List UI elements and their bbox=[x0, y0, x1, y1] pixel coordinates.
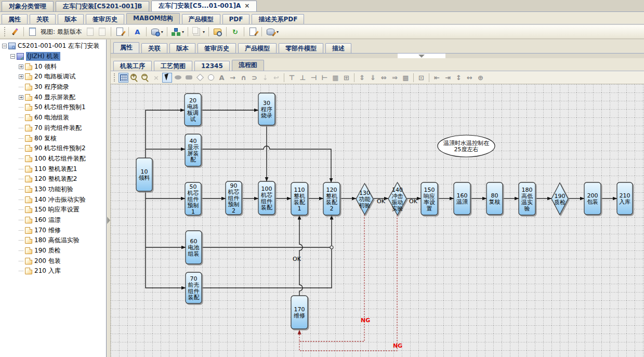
tree-item-7[interactable]: 70 前壳组件装配 bbox=[0, 123, 106, 134]
tree-expander-icon[interactable]: − bbox=[10, 54, 15, 59]
tree-item-16[interactable]: 160 温漂 bbox=[0, 215, 106, 226]
flow-node-20[interactable]: 20电路板调试 bbox=[185, 94, 201, 126]
flow-node-70[interactable]: 70前壳组件装配 bbox=[186, 272, 202, 303]
tree-splitter[interactable] bbox=[107, 39, 111, 357]
connector-polyline-icon[interactable] bbox=[260, 73, 270, 83]
ribbon-tab-1[interactable]: 属性 bbox=[2, 14, 28, 24]
flow-node-110[interactable]: 110整机装配1 bbox=[291, 182, 308, 215]
squeeze-horizontal-icon[interactable] bbox=[390, 73, 400, 83]
tree-item-10[interactable]: 100 机芯组件装配 bbox=[0, 154, 106, 164]
tree-expander-icon[interactable]: + bbox=[19, 64, 23, 69]
tree-item-18[interactable]: 180 高低温实验 bbox=[0, 235, 106, 246]
tree-item-8[interactable]: 80 复核 bbox=[0, 133, 106, 143]
view-selector[interactable]: 视图: 最新版本 bbox=[40, 28, 83, 36]
flow-note[interactable]: 温漂时水温控制在25度左右 bbox=[438, 135, 495, 157]
tree-item-4[interactable]: +40 显示屏装配 bbox=[0, 92, 106, 102]
flow-node-120[interactable]: 120整机装配2 bbox=[323, 182, 340, 215]
align-bottom-icon[interactable] bbox=[298, 73, 308, 83]
flow-node-180[interactable]: 180高低温实验 bbox=[519, 182, 535, 215]
shrink-width-icon[interactable] bbox=[432, 73, 442, 83]
tree-item-19[interactable]: 190 质检 bbox=[0, 246, 106, 256]
same-size-icon[interactable] bbox=[331, 73, 340, 83]
tree-item-5[interactable]: 50 机芯组件预制1 bbox=[0, 102, 106, 113]
flow-node-10[interactable]: 10领料 bbox=[136, 158, 152, 191]
document-tab-2[interactable]: 左车门安装[C5201-001]B bbox=[56, 1, 149, 11]
database-edit-icon[interactable] bbox=[266, 27, 275, 37]
tree-item-2[interactable]: +20 电路板调试 bbox=[0, 72, 106, 82]
zoom-out-icon[interactable] bbox=[140, 73, 150, 83]
tree-expander-icon[interactable]: + bbox=[19, 95, 23, 100]
folder-search-icon[interactable] bbox=[213, 27, 222, 37]
view-tab-2[interactable]: 工艺简图 bbox=[154, 61, 192, 71]
view-tab-4[interactable]: 流程图 bbox=[232, 60, 264, 71]
tree-root[interactable]: −C5201-001-001 左车门安装 bbox=[0, 41, 106, 51]
panel-tab-6[interactable]: 零部件模型 bbox=[279, 43, 323, 53]
tree-item-17[interactable]: 170 维修 bbox=[0, 225, 106, 235]
grow-height-icon[interactable] bbox=[454, 73, 464, 83]
ribbon-tab-7[interactable]: PDF bbox=[222, 14, 250, 24]
align-center-icon[interactable] bbox=[341, 73, 351, 83]
snap-grid-icon[interactable] bbox=[401, 73, 411, 83]
collapse-handle[interactable] bbox=[398, 54, 445, 58]
flow-node-200[interactable]: 200包装 bbox=[584, 182, 601, 215]
dropdown-arrow-icon[interactable]: ▾ bbox=[277, 30, 279, 34]
edit-pencil-icon[interactable] bbox=[10, 27, 20, 37]
document-edit-2-icon[interactable] bbox=[248, 27, 258, 37]
grid-view-icon[interactable] bbox=[119, 73, 128, 83]
shape-circle-icon[interactable] bbox=[206, 73, 216, 83]
dropdown-arrow-icon[interactable]: ▾ bbox=[161, 30, 163, 34]
tree-item-14[interactable]: 140 冲击振动实验 bbox=[0, 194, 106, 205]
ribbon-tab-4[interactable]: 签审历史 bbox=[86, 14, 124, 24]
dropdown-arrow-icon[interactable]: ▾ bbox=[182, 30, 184, 34]
ribbon-tab-5[interactable]: MABOM结构 bbox=[126, 13, 180, 24]
align-right-icon[interactable] bbox=[320, 73, 330, 83]
font-icon[interactable]: A bbox=[133, 27, 142, 37]
expand-all-icon[interactable] bbox=[476, 73, 485, 83]
zoom-in-icon[interactable] bbox=[129, 73, 139, 83]
database-globe-icon[interactable] bbox=[150, 27, 160, 37]
panel-tab-5[interactable]: 产品模型 bbox=[238, 43, 277, 53]
tree-item-13[interactable]: 130 功能初验 bbox=[0, 184, 106, 195]
tree-item-1[interactable]: +10 领料 bbox=[0, 61, 106, 72]
flow-canvas[interactable]: 10领料20电路板调试30程序烧录40显示屏装配50机芯组件预制190机芯组件预… bbox=[111, 84, 644, 357]
panel-tab-7[interactable]: 描述 bbox=[325, 43, 351, 53]
tree-item-12[interactable]: 120 整机装配2 bbox=[0, 174, 106, 184]
view-tab-3[interactable]: 12345 bbox=[194, 61, 230, 71]
refresh-icon[interactable]: ↻ bbox=[230, 27, 240, 37]
pointer-icon[interactable] bbox=[162, 73, 172, 83]
flow-node-100[interactable]: 100机芯组件装配 bbox=[258, 181, 275, 215]
space-horizontal-icon[interactable] bbox=[379, 73, 389, 83]
view-tab-1[interactable]: 机装工序 bbox=[113, 61, 152, 71]
ribbon-tab-6[interactable]: 产品模型 bbox=[182, 14, 220, 24]
splitter-collapse-icon[interactable] bbox=[107, 217, 110, 224]
grow-width-icon[interactable] bbox=[443, 73, 453, 83]
tree-expander-icon[interactable]: − bbox=[2, 44, 7, 48]
tree-item-21[interactable]: 210 入库 bbox=[0, 266, 106, 276]
structure-tree-icon[interactable] bbox=[171, 27, 181, 37]
connector-arrow-icon[interactable] bbox=[228, 73, 238, 83]
ribbon-tab-8[interactable]: 描述关系PDF bbox=[252, 14, 304, 24]
document-edit-icon[interactable] bbox=[115, 27, 125, 37]
panel-tab-1[interactable]: 属性 bbox=[113, 42, 139, 53]
space-vertical-icon[interactable] bbox=[357, 73, 367, 83]
fit-selection-icon[interactable] bbox=[416, 73, 426, 83]
flowchart-svg[interactable]: 10领料20电路板调试30程序烧录40显示屏装配50机芯组件预制190机芯组件预… bbox=[111, 84, 644, 357]
tree-item-3[interactable]: 30 程序烧录 bbox=[0, 82, 106, 92]
connector-curve-icon[interactable] bbox=[249, 73, 259, 83]
panel-tab-4[interactable]: 签审历史 bbox=[198, 43, 236, 53]
ribbon-tab-2[interactable]: 关联 bbox=[30, 14, 56, 24]
flow-node-40[interactable]: 40显示屏装配 bbox=[185, 134, 201, 166]
shape-ellipse-icon[interactable] bbox=[173, 73, 183, 83]
ribbon-tab-3[interactable]: 版本 bbox=[58, 14, 84, 24]
tree-item-6[interactable]: 60 电池组装 bbox=[0, 113, 106, 123]
close-tab-icon[interactable]: × bbox=[244, 1, 249, 11]
tree-item-11[interactable]: 110 整机装配1 bbox=[0, 164, 106, 174]
shape-text-icon[interactable] bbox=[217, 73, 227, 83]
panel-tab-3[interactable]: 版本 bbox=[169, 43, 195, 53]
view-document-icon[interactable] bbox=[28, 27, 37, 37]
tree-expander-icon[interactable]: + bbox=[19, 74, 23, 79]
flow-node-150[interactable]: 150响应率设置 bbox=[421, 182, 438, 215]
squeeze-vertical-icon[interactable] bbox=[368, 73, 378, 83]
align-left-icon[interactable] bbox=[309, 73, 319, 83]
flow-node-160[interactable]: 160温漂 bbox=[454, 182, 470, 215]
